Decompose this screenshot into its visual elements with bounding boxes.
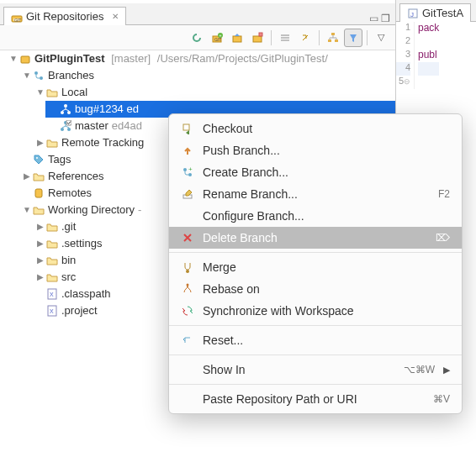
folder-icon: [45, 136, 59, 150]
references-label: References: [48, 168, 103, 185]
expand-icon[interactable]: [35, 269, 45, 286]
svg-point-23: [36, 157, 38, 159]
local-branches-node[interactable]: Local: [32, 84, 395, 101]
toolbar-clone-button[interactable]: [228, 29, 246, 47]
branch-icon: [59, 102, 72, 116]
remotes-icon: [32, 186, 45, 200]
svg-point-33: [188, 173, 192, 176]
svg-point-37: [187, 284, 189, 286]
reset-icon: [181, 334, 194, 347]
svg-rect-24: [35, 189, 42, 197]
git-repositories-tab-label: Git Repositories: [26, 10, 103, 23]
folder-icon: [45, 220, 59, 234]
branches-label: Branches: [48, 67, 94, 84]
toolbar-filter-button[interactable]: [344, 29, 362, 47]
folder-icon: [32, 170, 45, 183]
expand-icon[interactable]: [35, 235, 45, 252]
folder-icon: [45, 271, 59, 284]
view-tabbar: GIT Git Repositories ✕ ▭ ❐: [0, 3, 395, 25]
ctx-delete-branch[interactable]: Delete Branch⌦: [169, 227, 462, 249]
tags-label: Tags: [48, 151, 71, 168]
merge-icon: [181, 260, 194, 274]
remotes-label: Remotes: [48, 185, 92, 202]
code-line-1: pack: [418, 22, 439, 34]
editor-body[interactable]: 12345⊖ pack publ: [396, 22, 476, 89]
expand-icon[interactable]: [8, 50, 19, 67]
classpath-label: .classpath: [61, 286, 111, 302]
working-directory-label: Working Directory: [48, 202, 135, 218]
svg-point-20: [61, 128, 64, 131]
repo-branch-label: master: [114, 52, 148, 65]
branches-icon: [32, 69, 45, 82]
expand-icon[interactable]: [35, 134, 45, 151]
toolbar-collapse-button[interactable]: [276, 29, 294, 47]
expand-icon[interactable]: [35, 252, 45, 269]
toolbar-add-repo-button[interactable]: GIT+: [208, 29, 226, 47]
toolbar-link-button[interactable]: [296, 29, 315, 47]
checkout-icon: [181, 122, 194, 135]
git-repositories-tab[interactable]: GIT Git Repositories ✕: [3, 7, 126, 25]
editor-tab[interactable]: J GitTestA: [399, 3, 471, 22]
project-label: .project: [61, 302, 98, 319]
editor-tab-label: GitTestA: [422, 7, 463, 19]
line-gutter: 12345⊖: [396, 22, 415, 89]
ctx-rename-branch[interactable]: Rename Branch...F2: [169, 183, 462, 205]
expand-icon[interactable]: [22, 67, 32, 84]
submenu-arrow-icon: ▶: [443, 365, 450, 376]
dot-git-label: .git: [61, 218, 76, 235]
svg-rect-8: [253, 36, 262, 42]
expand-icon[interactable]: [22, 202, 32, 218]
minimize-icon[interactable]: ▭: [369, 13, 378, 24]
folder-open-icon: [45, 86, 59, 99]
toolbar-refresh-button[interactable]: [188, 29, 206, 47]
repo-root-node[interactable]: GitPluginTest [master] /Users/Ram/Projec…: [5, 50, 395, 67]
rename-icon: [181, 187, 194, 201]
expand-icon[interactable]: [22, 168, 32, 185]
expand-icon[interactable]: [35, 84, 45, 101]
svg-point-32: [183, 168, 187, 171]
svg-point-16: [64, 104, 67, 108]
svg-point-17: [61, 111, 64, 114]
branches-node[interactable]: Branches: [19, 67, 395, 84]
maximize-icon[interactable]: ❐: [381, 13, 390, 24]
folder-open-icon: [32, 203, 45, 217]
expand-icon[interactable]: [35, 218, 45, 235]
delete-icon: [181, 231, 194, 244]
branch-bug1234-label: bug#1234 ed: [75, 101, 139, 118]
svg-rect-13: [21, 56, 29, 63]
separator: [169, 384, 462, 385]
ctx-synchronize[interactable]: Synchronize with Workspace: [169, 300, 462, 322]
branch-master-label: master: [75, 118, 108, 134]
close-icon[interactable]: ✕: [112, 12, 119, 21]
svg-text:X: X: [50, 308, 54, 314]
repo-path-label: /Users/Ram/Projects/GitPluginTest/: [154, 52, 328, 65]
ctx-reset[interactable]: Reset...: [169, 329, 462, 351]
toolbar-hierarchy-button[interactable]: [324, 29, 342, 47]
toolbar-view-menu-button[interactable]: ▽: [372, 29, 390, 47]
ctx-checkout[interactable]: Checkout: [169, 118, 462, 139]
code-line-3: publ: [418, 49, 437, 60]
branch-context-menu: Checkout Push Branch... +Create Branch..…: [168, 113, 463, 414]
ctx-push-branch[interactable]: Push Branch...: [169, 139, 462, 161]
ctx-rebase[interactable]: Rebase on: [169, 278, 462, 300]
folder-icon: [45, 237, 59, 250]
ctx-create-branch[interactable]: +Create Branch...: [169, 161, 462, 183]
svg-rect-10: [331, 33, 335, 35]
tags-icon: [32, 153, 45, 166]
ctx-merge[interactable]: Merge: [169, 256, 462, 278]
svg-text:GIT: GIT: [14, 18, 21, 23]
svg-text:X: X: [50, 292, 54, 297]
ctx-configure-branch[interactable]: Configure Branch...: [169, 205, 462, 227]
svg-rect-7: [233, 36, 241, 42]
ctx-show-in[interactable]: Show In⌥⌘W▶: [169, 359, 462, 381]
svg-text:+: +: [219, 32, 222, 37]
configure-icon: [181, 209, 194, 223]
ctx-paste-repo-path[interactable]: Paste Repository Path or URI⌘V: [169, 388, 462, 410]
svg-text:J: J: [410, 11, 414, 18]
svg-point-18: [67, 111, 71, 114]
remote-tracking-label: Remote Tracking: [61, 134, 144, 151]
toolbar-create-repo-button[interactable]: [248, 29, 267, 47]
push-icon: [181, 144, 194, 157]
editor-tabbar: J GitTestA: [396, 0, 476, 22]
file-icon: X: [45, 304, 59, 318]
